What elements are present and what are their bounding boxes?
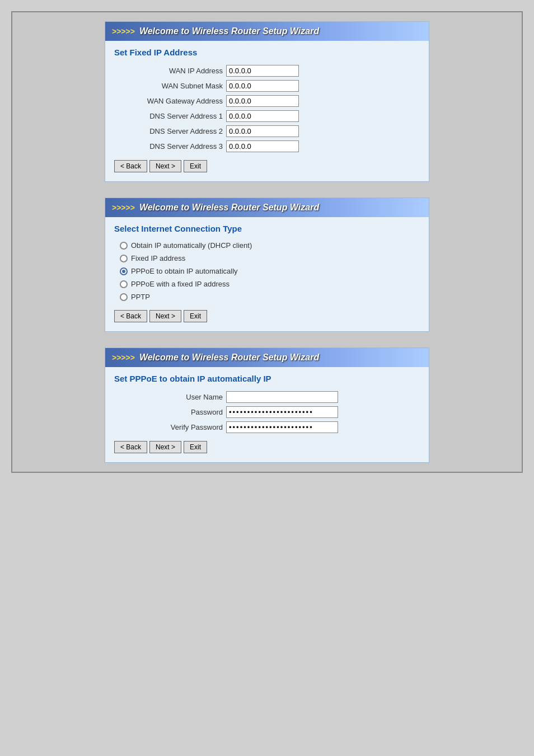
- button-row-1: < Back Next > Exit: [114, 160, 420, 172]
- input-password[interactable]: [226, 406, 338, 418]
- label-dns1: DNS Server Address 1: [114, 112, 226, 120]
- label-password: Password: [114, 408, 226, 416]
- radio-label-dhcp: Obtain IP automatically (DHCP client): [131, 241, 252, 250]
- wizard-arrows-1: >>>>>: [112, 27, 135, 36]
- wizard-header-2: >>>>> Welcome to Wireless Router Setup W…: [105, 198, 429, 217]
- form-row-verify-password: Verify Password: [114, 421, 420, 433]
- wizard-body-1: Set Fixed IP Address WAN IP Address WAN …: [105, 41, 429, 181]
- section-title-2: Select Internet Connection Type: [114, 224, 420, 233]
- fixed-ip-form: WAN IP Address WAN Subnet Mask WAN Gatew…: [114, 65, 420, 152]
- radio-fixed[interactable]: Fixed IP address: [120, 254, 420, 262]
- label-wan-mask: WAN Subnet Mask: [114, 82, 226, 90]
- button-row-3: < Back Next > Exit: [114, 441, 420, 453]
- next-button-1[interactable]: Next >: [149, 160, 181, 172]
- radio-pppoe-auto[interactable]: PPPoE to obtain IP automatically: [120, 267, 420, 275]
- form-row-wan-mask: WAN Subnet Mask: [114, 80, 420, 92]
- input-dns3[interactable]: [226, 140, 299, 152]
- form-row-dns1: DNS Server Address 1: [114, 110, 420, 122]
- radio-dhcp[interactable]: Obtain IP automatically (DHCP client): [120, 241, 420, 250]
- panel-connection-type: >>>>> Welcome to Wireless Router Setup W…: [105, 198, 429, 332]
- pppoe-form: User Name Password Verify Password: [114, 391, 420, 433]
- panel-fixed-ip: >>>>> Welcome to Wireless Router Setup W…: [105, 21, 429, 182]
- back-button-3[interactable]: < Back: [114, 441, 147, 453]
- exit-button-2[interactable]: Exit: [184, 310, 207, 322]
- radio-pppoe-fixed[interactable]: PPPoE with a fixed IP address: [120, 280, 420, 288]
- input-dns1[interactable]: [226, 110, 299, 122]
- label-username: User Name: [114, 393, 226, 401]
- radio-circle-pppoe-auto: [120, 267, 128, 275]
- radio-label-pppoe-fixed: PPPoE with a fixed IP address: [131, 280, 229, 288]
- wizard-arrows-2: >>>>>: [112, 203, 135, 212]
- radio-circle-pptp: [120, 293, 128, 301]
- page-wrapper: >>>>> Welcome to Wireless Router Setup W…: [11, 11, 523, 473]
- label-wan-gateway: WAN Gateway Address: [114, 97, 226, 105]
- label-wan-ip: WAN IP Address: [114, 67, 226, 75]
- radio-label-pptp: PPTP: [131, 293, 150, 301]
- label-dns3: DNS Server Address 3: [114, 142, 226, 151]
- wizard-title-1: Welcome to Wireless Router Setup Wizard: [139, 26, 319, 36]
- input-username[interactable]: [226, 391, 338, 403]
- label-dns2: DNS Server Address 2: [114, 127, 226, 135]
- wizard-header-1: >>>>> Welcome to Wireless Router Setup W…: [105, 22, 429, 41]
- wizard-body-3: Set PPPoE to obtain IP automatically IP …: [105, 367, 429, 462]
- form-row-dns2: DNS Server Address 2: [114, 125, 420, 137]
- input-verify-password[interactable]: [226, 421, 338, 433]
- wizard-title-3: Welcome to Wireless Router Setup Wizard: [139, 353, 319, 363]
- wizard-body-2: Select Internet Connection Type Obtain I…: [105, 217, 429, 331]
- next-button-2[interactable]: Next >: [149, 310, 181, 322]
- input-wan-mask[interactable]: [226, 80, 299, 92]
- radio-label-pppoe-auto: PPPoE to obtain IP automatically: [131, 267, 238, 275]
- radio-circle-fixed: [120, 255, 128, 262]
- exit-button-3[interactable]: Exit: [184, 441, 207, 453]
- form-row-wan-ip: WAN IP Address: [114, 65, 420, 77]
- next-button-3[interactable]: Next >: [149, 441, 181, 453]
- connection-type-group: Obtain IP automatically (DHCP client) Fi…: [114, 241, 420, 301]
- input-dns2[interactable]: [226, 125, 299, 137]
- panel-pppoe: >>>>> Welcome to Wireless Router Setup W…: [105, 348, 429, 463]
- form-row-wan-gateway: WAN Gateway Address: [114, 95, 420, 107]
- wizard-arrows-3: >>>>>: [112, 353, 135, 362]
- back-button-2[interactable]: < Back: [114, 310, 147, 322]
- back-button-1[interactable]: < Back: [114, 160, 147, 172]
- section-title-1: Set Fixed IP Address: [114, 48, 420, 57]
- wizard-header-3: >>>>> Welcome to Wireless Router Setup W…: [105, 348, 429, 367]
- radio-label-fixed: Fixed IP address: [131, 254, 185, 262]
- label-verify-password: Verify Password: [114, 423, 226, 431]
- form-row-password: Password: [114, 406, 420, 418]
- wizard-title-2: Welcome to Wireless Router Setup Wizard: [139, 203, 319, 213]
- exit-button-1[interactable]: Exit: [184, 160, 207, 172]
- form-row-dns3: DNS Server Address 3: [114, 140, 420, 152]
- input-wan-gateway[interactable]: [226, 95, 299, 107]
- input-wan-ip[interactable]: [226, 65, 299, 77]
- button-row-2: < Back Next > Exit: [114, 310, 420, 322]
- radio-circle-dhcp: [120, 242, 128, 250]
- section-title-3: Set PPPoE to obtain IP automatically IP: [114, 374, 420, 383]
- radio-pptp[interactable]: PPTP: [120, 293, 420, 301]
- form-row-username: User Name: [114, 391, 420, 403]
- radio-circle-pppoe-fixed: [120, 280, 128, 288]
